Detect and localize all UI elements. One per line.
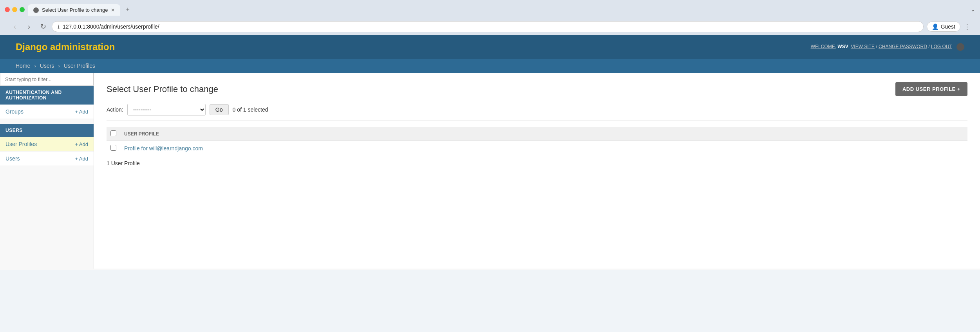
row-checkbox-cell <box>107 141 120 156</box>
sidebar-section-users: USERS <box>0 124 94 137</box>
select-all-checkbox[interactable] <box>110 130 116 136</box>
user-profile-column-header: USER PROFILE <box>120 127 967 141</box>
content-header: Select User Profile to change ADD USER P… <box>107 82 967 96</box>
sidebar-item-users: Users + Add <box>0 152 94 166</box>
sidebar-groups-add-link[interactable]: + Add <box>75 109 88 115</box>
breadcrumb-separator-2: › <box>58 63 60 69</box>
browser-chrome: Select User Profile to change ✕ + ⌄ ‹ › … <box>0 0 980 35</box>
page-title: Select User Profile to change <box>107 84 218 94</box>
selected-count: 0 of 1 selected <box>233 106 268 113</box>
view-site-link[interactable]: VIEW SITE <box>851 44 875 49</box>
active-tab[interactable]: Select User Profile to change ✕ <box>28 4 120 16</box>
url-text: 127.0.0.1:8000/admin/users/userprofile/ <box>63 23 918 30</box>
admin-title: Django administration <box>16 42 115 52</box>
theme-toggle-button[interactable] <box>956 43 964 51</box>
breadcrumb-bar: Home › Users › User Profiles <box>0 59 980 73</box>
collapse-button[interactable]: ⌄ <box>971 6 975 13</box>
change-password-link[interactable]: CHANGE PASSWORD <box>879 44 927 49</box>
action-label: Action: <box>107 106 123 113</box>
go-button[interactable]: Go <box>210 104 229 115</box>
breadcrumb-current: User Profiles <box>64 63 95 69</box>
table-row: Profile for will@learndjango.com <box>107 141 967 156</box>
action-select[interactable]: ---------- <box>127 104 206 115</box>
tab-bar: Select User Profile to change ✕ + <box>28 3 967 16</box>
tab-close-button[interactable]: ✕ <box>111 7 115 13</box>
breadcrumb-separator-1: › <box>34 63 36 69</box>
maximize-traffic-light[interactable] <box>20 7 25 12</box>
sidebar: AUTHENTICATION AND AUTHORIZATION Groups … <box>0 73 94 269</box>
profile-link[interactable]: Profile for will@learndjango.com <box>124 145 203 152</box>
traffic-lights <box>5 7 25 12</box>
action-bar: Action: ---------- Go 0 of 1 selected <box>107 104 967 121</box>
admin-nav-links: WELCOME, WSV. VIEW SITE / CHANGE PASSWOR… <box>811 43 964 51</box>
content-area: Select User Profile to change ADD USER P… <box>94 73 980 269</box>
add-user-profile-button[interactable]: ADD USER PROFILE + <box>895 82 967 96</box>
main-area: AUTHENTICATION AND AUTHORIZATION Groups … <box>0 73 980 269</box>
sidebar-item-user-profiles: User Profiles + Add <box>0 137 94 152</box>
tab-title: Select User Profile to change <box>42 7 108 13</box>
sidebar-user-profiles-add-link[interactable]: + Add <box>75 141 88 147</box>
back-button[interactable]: ‹ <box>9 23 20 31</box>
guest-icon: 👤 <box>932 23 938 30</box>
more-options-button[interactable]: ⋮ <box>964 22 971 31</box>
new-tab-button[interactable]: + <box>120 3 135 16</box>
welcome-prefix: WELCOME, <box>811 44 836 49</box>
username: WSV <box>837 44 848 49</box>
breadcrumb-users[interactable]: Users <box>40 63 54 69</box>
select-all-header <box>107 127 120 141</box>
admin-header: Django administration WELCOME, WSV. VIEW… <box>0 35 980 59</box>
sidebar-item-groups: Groups + Add <box>0 105 94 119</box>
sidebar-user-profiles-link[interactable]: User Profiles <box>5 141 37 147</box>
sidebar-section-auth: AUTHENTICATION AND AUTHORIZATION <box>0 86 94 105</box>
sidebar-spacer <box>0 119 94 124</box>
data-table: USER PROFILE Profile for will@learndjang… <box>107 127 967 156</box>
security-icon: ℹ <box>58 24 60 30</box>
guest-button[interactable]: 👤 Guest <box>927 22 960 32</box>
breadcrumb-home[interactable]: Home <box>16 63 30 69</box>
log-out-link[interactable]: LOG OUT <box>931 44 952 49</box>
sidebar-users-link[interactable]: Users <box>5 155 20 162</box>
table-body: Profile for will@learndjango.com <box>107 141 967 156</box>
forward-button[interactable]: › <box>24 23 34 31</box>
minimize-traffic-light[interactable] <box>12 7 17 12</box>
sidebar-users-add-link[interactable]: + Add <box>75 156 88 162</box>
row-checkbox[interactable] <box>110 145 116 151</box>
sidebar-filter-input[interactable] <box>0 73 94 86</box>
close-traffic-light[interactable] <box>5 7 10 12</box>
sidebar-groups-link[interactable]: Groups <box>5 108 24 115</box>
address-bar-row: ‹ › ↻ ℹ 127.0.0.1:8000/admin/users/userp… <box>5 19 975 35</box>
address-bar[interactable]: ℹ 127.0.0.1:8000/admin/users/userprofile… <box>52 21 924 32</box>
table-header-row: USER PROFILE <box>107 127 967 141</box>
guest-label: Guest <box>941 23 955 30</box>
tab-favicon <box>33 7 39 13</box>
row-user-profile-cell: Profile for will@learndjango.com <box>120 141 967 156</box>
reload-button[interactable]: ↻ <box>38 22 49 31</box>
django-admin: Django administration WELCOME, WSV. VIEW… <box>0 35 980 270</box>
summary-text: 1 User Profile <box>107 156 967 170</box>
